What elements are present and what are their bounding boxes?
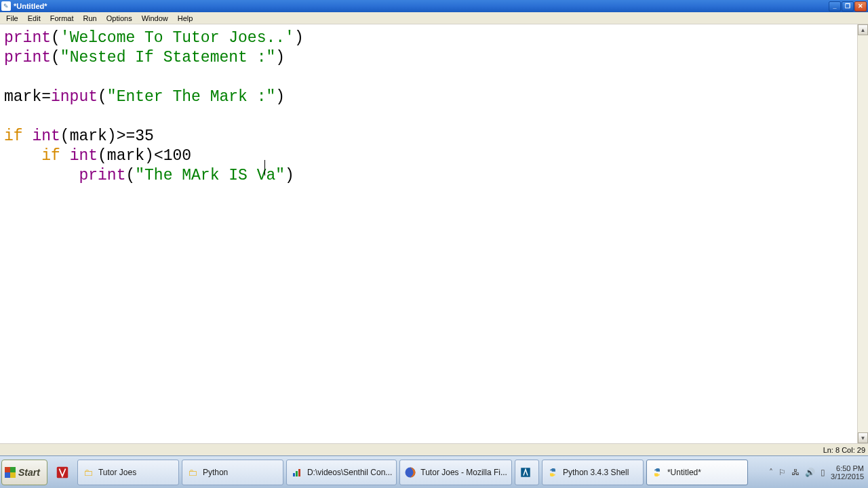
code-token — [4, 167, 79, 184]
menu-run[interactable]: Run — [79, 14, 102, 23]
taskbar-item-label: D:\videos\Senthil Con... — [307, 468, 392, 477]
python-icon — [651, 466, 663, 479]
menu-edit[interactable]: Edit — [23, 14, 45, 23]
taskbar-item-label: Tutor Joes — [98, 468, 136, 477]
app-icon: ✎ — [1, 1, 11, 11]
clock-time: 6:50 PM — [831, 464, 864, 472]
taskbar-item-tutor-joes[interactable]: 🗀 Tutor Joes — [77, 460, 179, 485]
code-token — [60, 147, 70, 165]
code-token: mark= — [4, 88, 51, 106]
taskbar-item-firefox[interactable]: Tutor Joes - Mozilla Fi... — [399, 460, 512, 485]
taskbar-item-label: Python — [203, 468, 228, 477]
code-token: if — [41, 147, 60, 165]
tray-volume-icon[interactable]: 🔊 — [805, 468, 815, 477]
code-token: print — [4, 29, 51, 47]
adobe-icon — [519, 466, 532, 479]
menu-bar: File Edit Format Run Options Window Help — [0, 12, 868, 24]
tray-chevron-icon[interactable]: ˄ — [769, 468, 773, 477]
tray-battery-icon[interactable]: ▯ — [821, 468, 825, 477]
taskbar-item-label: *Untitled* — [667, 468, 701, 477]
code-token: ) — [275, 49, 285, 66]
editor-wrap: print('Welcome To Tutor Joes..') print("… — [0, 24, 868, 443]
title-bar: ✎ *Untitled* _ ❐ ✕ — [0, 0, 868, 12]
code-token: ) — [294, 29, 304, 47]
status-bar: Ln: 8 Col: 29 — [0, 443, 868, 455]
start-button[interactable]: Start — [1, 460, 47, 485]
tray-flag-icon[interactable]: ⚐ — [778, 468, 786, 477]
window-title: *Untitled* — [14, 2, 828, 10]
code-token: print — [79, 167, 125, 184]
taskbar-item-untitled[interactable]: *Untitled* — [646, 460, 748, 485]
scroll-down-button[interactable]: ▼ — [858, 432, 868, 443]
code-token — [23, 127, 33, 145]
menu-file[interactable]: File — [1, 14, 23, 23]
text-cursor — [264, 160, 265, 176]
code-token: ( — [98, 88, 107, 106]
code-token: ) — [275, 88, 285, 106]
python-icon — [547, 466, 559, 479]
code-token: int — [70, 147, 98, 165]
menu-window[interactable]: Window — [137, 14, 173, 23]
svg-rect-2 — [296, 471, 298, 476]
quicklaunch-adobe-icon[interactable] — [50, 460, 75, 485]
svg-rect-3 — [298, 469, 300, 476]
menu-format[interactable]: Format — [45, 14, 79, 23]
code-token: (mark)>=35 — [60, 127, 154, 145]
start-label: Start — [18, 467, 40, 478]
system-tray: ˄ ⚐ 🖧 🔊 ▯ 6:50 PM 3/12/2015 — [765, 456, 868, 488]
code-token: if — [4, 127, 23, 145]
chart-icon — [291, 466, 303, 479]
scroll-up-button[interactable]: ▲ — [858, 24, 868, 35]
code-token: ( — [51, 49, 60, 66]
taskbar-item-label: Python 3.4.3 Shell — [563, 468, 629, 477]
folder-icon: 🗀 — [82, 466, 94, 479]
taskbar-item-python-folder[interactable]: 🗀 Python — [182, 460, 283, 485]
code-token: print — [4, 49, 51, 66]
code-token: "The MArk IS Va" — [135, 167, 285, 184]
taskbar-item-label: Tutor Joes - Mozilla Fi... — [420, 468, 507, 477]
taskbar: Start 🗀 Tutor Joes 🗀 Python D:\videos\Se… — [0, 455, 868, 488]
svg-rect-1 — [293, 473, 295, 476]
minimize-button[interactable]: _ — [829, 1, 841, 12]
window-buttons: _ ❐ ✕ — [828, 1, 867, 12]
scrollbar-track[interactable] — [858, 35, 868, 432]
menu-help[interactable]: Help — [173, 14, 198, 23]
code-token: "Nested If Statement :" — [60, 49, 275, 66]
code-token: input — [51, 88, 98, 106]
maximize-button[interactable]: ❐ — [842, 1, 854, 12]
code-token: ( — [51, 29, 60, 47]
code-token — [4, 147, 41, 165]
taskbar-item-videos[interactable]: D:\videos\Senthil Con... — [286, 460, 397, 485]
taskbar-item-python-shell[interactable]: Python 3.4.3 Shell — [542, 460, 644, 485]
code-token: 'Welcome To Tutor Joes..' — [60, 29, 294, 47]
code-token: (mark)<100 — [98, 147, 191, 165]
code-token: ) — [285, 167, 294, 184]
code-token: "Enter The Mark :" — [107, 88, 275, 106]
folder-icon: 🗀 — [186, 466, 199, 479]
cursor-position: Ln: 8 Col: 29 — [823, 446, 865, 454]
menu-options[interactable]: Options — [102, 14, 137, 23]
clock-date: 3/12/2015 — [831, 472, 864, 481]
close-button[interactable]: ✕ — [854, 1, 867, 12]
code-token: ( — [125, 167, 135, 184]
taskbar-item-adobe[interactable] — [515, 460, 539, 485]
vertical-scrollbar[interactable]: ▲ ▼ — [857, 24, 868, 443]
firefox-icon — [404, 466, 416, 479]
code-editor[interactable]: print('Welcome To Tutor Joes..') print("… — [0, 24, 857, 443]
code-token: int — [32, 127, 60, 145]
tray-network-icon[interactable]: 🖧 — [791, 468, 800, 477]
windows-flag-icon — [5, 467, 16, 478]
clock[interactable]: 6:50 PM 3/12/2015 — [831, 464, 864, 481]
